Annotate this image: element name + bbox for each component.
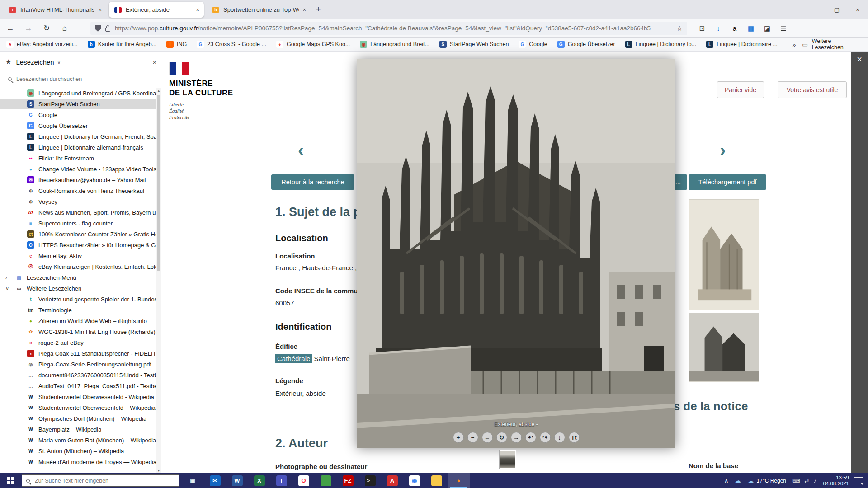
sidebar-bookmark-item[interactable]: tm Terminologie (0, 305, 156, 315)
bookmark-toolbar-item[interactable]: G 23 Cross St - Google ... (197, 41, 266, 48)
new-tab-button[interactable]: + (316, 5, 321, 14)
bookmark-toolbar-item[interactable]: ♦ Google Maps GPS Koo... (276, 41, 350, 48)
folder-arrow-icon[interactable]: › (5, 275, 15, 280)
retour-recherche-button[interactable]: Retour à la recherche (271, 174, 354, 190)
toolbar-extension-icon[interactable]: ⊡ (694, 22, 710, 35)
bookmarks-overflow-icon[interactable]: » (787, 41, 801, 48)
bookmark-toolbar-item[interactable]: b Käufer für Ihre Angeb... (88, 41, 156, 48)
sidebar-bookmark-item[interactable]: L Linguee | Dictionnaire allemand-frança… (0, 142, 156, 153)
tab-close-icon[interactable]: × (302, 6, 306, 13)
tracking-shield-icon[interactable] (95, 25, 101, 32)
taskbar-clock[interactable]: 13:59 04.08.2021 (823, 475, 849, 487)
tab-close-icon[interactable]: × (196, 6, 199, 13)
viewer-control-button[interactable]: ↷ (540, 432, 551, 443)
more-bookmarks-folder[interactable]: ▭ Weitere Lesezeichen (802, 38, 859, 51)
taskbar-app-button[interactable] (425, 473, 448, 488)
start-button[interactable] (0, 473, 22, 488)
taskbar-app-button[interactable]: FZ (337, 473, 359, 488)
sidebar-search[interactable] (5, 74, 156, 84)
sidebar-bookmark-item[interactable]: W Studentenviertel Oberwiesenfeld – Wiki… (0, 402, 156, 413)
bookmark-toolbar-item[interactable]: L Linguee | Dictionnaire ... (706, 41, 778, 48)
bookmark-toolbar-item[interactable]: i ING (166, 41, 187, 48)
previous-notice-arrow[interactable]: ‹ (298, 141, 304, 159)
sidebar-bookmark-item[interactable]: ⊕ Voysey (0, 196, 156, 207)
tray-icon[interactable]: ⇄ (804, 478, 809, 484)
sidebar-bookmark-item[interactable]: › ▤ Lesezeichen-Menü (0, 272, 156, 283)
tab-close-icon[interactable]: × (98, 6, 102, 13)
sidebar-bookmark-item[interactable]: ◖ Piega Coax 511 Standlautsprecher - FID… (0, 348, 156, 359)
taskbar-app-button[interactable]: O (292, 473, 315, 488)
viewer-control-button[interactable]: → (511, 432, 522, 443)
sidebar-bookmark-item[interactable]: t Verletzte und gesperrte Spieler der 1.… (0, 294, 156, 305)
taskbar-search[interactable] (22, 474, 179, 487)
bookmark-toolbar-item[interactable]: ◉ Längengrad und Breit... (360, 41, 429, 48)
taskbar-app-button[interactable]: A (381, 473, 403, 488)
sidebar-bookmark-item[interactable]: ≡ Supercounters - flag counter (0, 218, 156, 229)
sidebar-bookmark-item[interactable]: G Google Übersetzer (0, 120, 156, 131)
viewer-control-button[interactable]: ← (482, 432, 493, 443)
bookmark-toolbar-item[interactable]: L Linguee | Dictionary fo... (625, 41, 697, 48)
window-control-button[interactable]: — (806, 0, 826, 19)
sidebar-bookmark-item[interactable]: S StartPage Web Suchen (0, 99, 156, 109)
next-notice-arrow[interactable]: › (720, 141, 726, 159)
sidebar-bookmark-item[interactable]: ⊕ Gotik-Romanik.de von Heinz Theuerkauf (0, 185, 156, 196)
bookmark-toolbar-item[interactable]: G Google (519, 41, 547, 48)
sidebar-scrollbar[interactable]: ▲ ▼ (156, 88, 161, 473)
tray-icon[interactable]: ♪ (813, 478, 816, 484)
home-icon[interactable]: ⌂ (57, 22, 72, 35)
viewer-control-button[interactable]: ↓ (554, 432, 565, 443)
taskbar-app-button[interactable]: X (248, 473, 270, 488)
votre-avis-button[interactable]: Votre avis est utile (778, 81, 847, 98)
weather-widget[interactable]: ☁ 17°C Regen (748, 477, 787, 484)
sidebar-bookmark-item[interactable]: G Google (0, 109, 156, 120)
tray-chevron-up-icon[interactable]: ∧ (724, 477, 729, 484)
reload-icon[interactable]: ↻ (39, 22, 54, 35)
viewer-control-button[interactable]: ↻ (496, 432, 507, 443)
forward-icon[interactable]: → (21, 22, 36, 35)
sidebar-bookmark-item[interactable]: ∨ ▭ Weitere Lesezeichen (0, 283, 156, 294)
sidebar-bookmark-item[interactable]: W Studentenviertel Oberwiesenfeld - Wiki… (0, 391, 156, 402)
taskbar-app-button[interactable]: T (270, 473, 292, 488)
viewer-control-button[interactable]: − (467, 432, 478, 443)
result-thumbnail-engraving[interactable] (689, 199, 760, 310)
sidebar-bookmark-item[interactable]: O HTTPS Besucherzähler » für Homepage & … (0, 239, 156, 250)
lock-icon[interactable] (105, 28, 110, 32)
chevron-down-icon[interactable]: ∨ (57, 60, 61, 65)
sidebar-bookmark-item[interactable]: ✉ theuerkaufheinz@yahoo.de – Yahoo Mail (0, 174, 156, 185)
sidebar-bookmark-item[interactable]: L Linguee | Dictionary for German, Frenc… (0, 131, 156, 142)
sidebar-bookmark-item[interactable]: ◎ Piega-Coax-Serie-Bedienungsanleitung.p… (0, 359, 156, 370)
filmstrip-thumbnail[interactable] (499, 450, 516, 469)
sidebar-bookmark-item[interactable]: ◉ Längengrad und Breitengrad / GPS-Koord… (0, 88, 156, 99)
taskbar-app-button[interactable]: ● (448, 473, 470, 488)
result-thumbnail-photo[interactable] (689, 313, 760, 382)
browser-tab[interactable]: Extérieur, abside × (109, 2, 204, 18)
notification-center-icon[interactable] (854, 477, 863, 484)
bookmark-toolbar-item[interactable]: e eBay: Angebot vorzeiti... (6, 41, 78, 48)
sidebar-bookmark-item[interactable]: ✿ WGC-1938-1 Min Hist Eng House (Richard… (0, 326, 156, 337)
onedrive-cloud-icon[interactable]: ☁ (735, 477, 741, 484)
sidebar-bookmark-item[interactable]: W Maria vom Guten Rat (München) – Wikipe… (0, 435, 156, 446)
taskbar-search-input[interactable] (34, 477, 175, 484)
sidebar-bookmark-item[interactable]: •• Flickr: Ihr Fotostream (0, 153, 156, 164)
sidebar-bookmark-item[interactable]: e Mein eBay: Aktiv (0, 250, 156, 261)
tray-icon[interactable]: ⌨ (792, 478, 800, 484)
sidebar-close-icon[interactable]: × (152, 58, 156, 66)
scroll-up-icon[interactable]: ▲ (156, 88, 161, 93)
sidebar-bookmark-item[interactable]: W Musée d'Art moderne de Troyes — Wikipe… (0, 456, 156, 467)
browser-tab[interactable]: I IrfanView HTML-Thumbnails × (4, 2, 106, 18)
taskbar-app-button[interactable] (315, 473, 337, 488)
sidebar-bookmark-item[interactable]: W Olympisches Dorf (München) – Wikipedia (0, 413, 156, 424)
toolbar-extension-icon[interactable]: a (727, 22, 742, 35)
taskbar-app-button[interactable]: ◉ (403, 473, 425, 488)
toolbar-extension-icon[interactable]: ◪ (760, 22, 775, 35)
taskbar-app-button[interactable]: >_ (359, 473, 381, 488)
sidebar-bookmark-item[interactable]: e roque-2 auf eBay (0, 337, 156, 348)
sidebar-bookmark-item[interactable]: ● Change Video Volume - 123apps Video To… (0, 164, 156, 174)
url-bar[interactable]: https://www.pop.culture.gouv.fr/notice/m… (90, 22, 687, 35)
browser-tab[interactable]: b Sportwetten online zu Top-Wett × (207, 2, 311, 18)
panier-vide-button[interactable]: Panier vide (717, 81, 764, 98)
taskbar-app-button[interactable]: W (226, 473, 248, 488)
sidebar-bookmark-item[interactable]: ct 100% Kostenloser Counter Zähler » Gra… (0, 229, 156, 239)
scrollbar-thumb[interactable] (157, 95, 160, 271)
sidebar-bookmark-item[interactable]: W St. Anton (München) – Wikipedia (0, 446, 156, 456)
